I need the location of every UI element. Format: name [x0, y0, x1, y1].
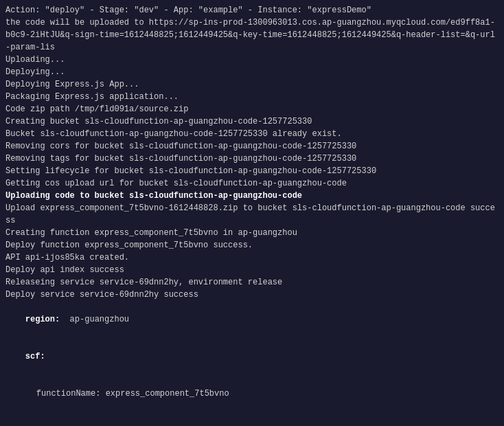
line-deploy-service: Deploy service service-69dnn2hy success — [5, 289, 499, 301]
line-runtime: runtime: Nodejs12.16 — [5, 412, 499, 426]
line-uploading-code: Uploading code to bucket sls-cloudfuncti… — [5, 190, 499, 202]
line-upload-url: the code will be uploaded to https://sp-… — [5, 16, 499, 54]
line-api-created: API api-ijos85ka created. — [5, 251, 499, 264]
line-upload-success: Upload express_component_7t5bvno-1612448… — [5, 202, 499, 227]
function-name-value: express_component_7t5bvno — [106, 389, 229, 399]
line-deploying-express: Deploying Express.js App... — [5, 78, 499, 91]
line-zip-path: Code zip path /tmp/fld091a/source.zip — [5, 103, 499, 115]
line-action: Action: "deploy" - Stage: "dev" - App: "… — [5, 4, 499, 16]
line-uploading: Uploading... — [5, 54, 499, 66]
line-function-name: functionName: express_component_7t5bvno — [5, 375, 499, 412]
line-deploying: Deploying... — [5, 66, 499, 78]
line-creating-bucket: Creating bucket sls-cloudfunction-ap-gua… — [5, 115, 499, 128]
line-bucket-exist: Bucket sls-cloudfunction-ap-guangzhou-co… — [5, 128, 499, 140]
scf-label: scf: — [25, 352, 45, 361]
function-name-label: functionName: — [36, 389, 106, 399]
region-label: region: — [25, 315, 65, 324]
line-deploy-api: Deploy api index success — [5, 264, 499, 276]
line-packaging: Packaging Express.js application... — [5, 91, 499, 103]
line-scf: scf: — [5, 338, 499, 375]
line-releaseing: Releaseing service service-69dnn2hy, env… — [5, 276, 499, 289]
region-value: ap-guangzhou — [65, 315, 129, 324]
line-getting-cos: Getting cos upload url for bucket sls-cl… — [5, 177, 499, 190]
line-creating-function: Creating function express_component_7t5b… — [5, 227, 499, 239]
line-removing-cors: Removing cors for bucket sls-cloudfuncti… — [5, 140, 499, 153]
line-deploy-function: Deploy function express_component_7t5bvn… — [5, 239, 499, 251]
line-setting-lifecycle: Setting lifecycle for bucket sls-cloudfu… — [5, 165, 499, 177]
line-removing-tags: Removing tags for bucket sls-cloudfuncti… — [5, 153, 499, 165]
line-region: region: ap-guangzhou — [5, 301, 499, 338]
terminal-output: Action: "deploy" - Stage: "dev" - App: "… — [0, 0, 504, 426]
